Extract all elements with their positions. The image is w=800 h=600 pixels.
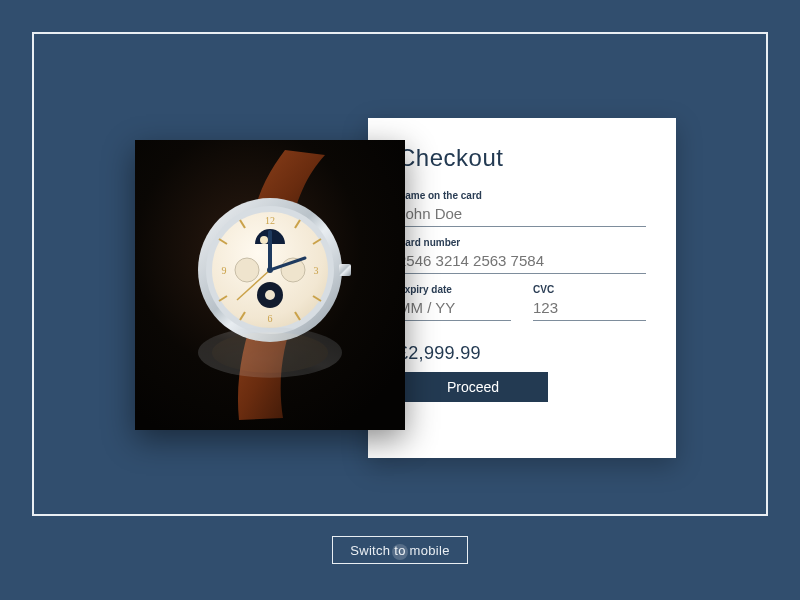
stage: Checkout Name on the card Card number Ex… [0, 0, 800, 600]
cardnum-label: Card number [398, 237, 646, 248]
svg-point-25 [267, 267, 273, 273]
svg-text:3: 3 [314, 265, 319, 276]
svg-point-8 [265, 290, 275, 300]
price-value: £2,999.99 [398, 343, 646, 364]
switch-to-mobile-button[interactable]: Switch to mobile [332, 536, 468, 564]
expiry-input[interactable] [398, 297, 511, 321]
svg-text:9: 9 [222, 265, 227, 276]
svg-point-5 [235, 258, 259, 282]
svg-point-27 [212, 332, 328, 373]
cvc-input[interactable] [533, 297, 646, 321]
svg-point-9 [260, 236, 268, 244]
cardnum-input[interactable] [398, 250, 646, 274]
checkout-title: Checkout [398, 144, 646, 172]
svg-rect-4 [339, 264, 351, 276]
name-label: Name on the card [398, 190, 646, 201]
expiry-label: Expiry date [398, 284, 511, 295]
proceed-button[interactable]: Proceed [398, 372, 548, 402]
checkout-card: Checkout Name on the card Card number Ex… [368, 118, 676, 458]
name-input[interactable] [398, 203, 646, 227]
svg-text:6: 6 [268, 313, 273, 324]
product-image: 12 3 6 9 [135, 140, 405, 430]
cvc-label: CVC [533, 284, 646, 295]
svg-text:12: 12 [265, 215, 275, 226]
